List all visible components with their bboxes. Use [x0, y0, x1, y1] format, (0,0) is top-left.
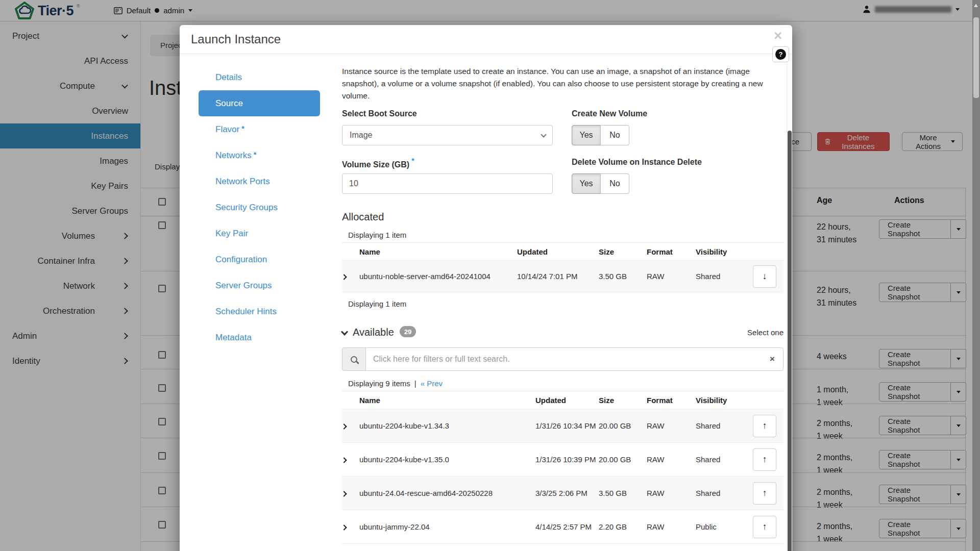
- allocate-image-button[interactable]: ↑: [753, 415, 776, 437]
- required-mark: *: [411, 157, 414, 165]
- image-size: 3.50 GB: [599, 261, 647, 292]
- arrow-down-icon: ↓: [763, 271, 767, 281]
- search-input[interactable]: [366, 355, 762, 364]
- image-visibility: Shared: [696, 443, 753, 477]
- image-format: RAW: [647, 261, 696, 292]
- delete-volume-label: Delete Volume on Instance Delete: [572, 158, 766, 169]
- deallocate-image-button[interactable]: ↓: [753, 265, 776, 288]
- volume-size-label: Volume Size (GB)*: [342, 158, 553, 169]
- arrow-up-icon: ↑: [763, 521, 767, 532]
- allocated-count-text: Displaying 1 item: [348, 299, 783, 308]
- table-header-row: Name Updated Size Format Visibility: [342, 391, 783, 409]
- arrow-up-icon: ↑: [763, 488, 767, 498]
- step-network-ports[interactable]: Network Ports: [199, 168, 320, 194]
- delete-volume-yes-button[interactable]: Yes: [572, 173, 601, 194]
- question-mark-icon: ?: [775, 49, 786, 60]
- expand-row-icon[interactable]: [341, 524, 347, 530]
- step-metadata[interactable]: Metadata: [199, 324, 320, 350]
- step-scheduler-hints[interactable]: Scheduler Hints: [199, 298, 320, 324]
- required-mark: *: [254, 151, 256, 159]
- step-details[interactable]: Details: [199, 64, 320, 90]
- clear-search-icon[interactable]: ×: [762, 354, 783, 364]
- boot-source-label: Select Boot Source: [342, 109, 553, 120]
- create-volume-no-button[interactable]: No: [600, 125, 629, 145]
- scroll-up-arrow-icon[interactable]: [974, 4, 978, 7]
- available-image-row: ubuntu-2204-kube-v1.34.3 1/31/26 10:34 P…: [342, 409, 783, 443]
- arrow-up-icon: ↑: [763, 420, 767, 431]
- image-visibility: Shared: [696, 261, 753, 292]
- required-mark: *: [241, 124, 244, 133]
- image-size: 20.00 GB: [599, 443, 647, 477]
- available-table: Name Updated Size Format Visibility ubun…: [342, 391, 783, 544]
- step-source[interactable]: Source: [199, 90, 320, 116]
- expand-row-icon[interactable]: [341, 491, 347, 496]
- allocated-count-text: Displaying 1 item: [348, 231, 783, 239]
- search-icon: [351, 356, 357, 363]
- image-size: 3.50 GB: [599, 477, 647, 510]
- wizard-steps: Details Source Flavor* Networks* Network…: [199, 64, 320, 350]
- step-key-pair[interactable]: Key Pair: [199, 220, 320, 246]
- modal-scrollbar[interactable]: [787, 54, 792, 551]
- scrollbar-thumb[interactable]: [788, 131, 792, 551]
- modal-header: Launch Instance ×: [180, 25, 792, 54]
- image-format: RAW: [647, 443, 696, 477]
- image-format: RAW: [647, 477, 696, 510]
- available-section-header: Available 29 Select one: [342, 327, 783, 338]
- step-networks[interactable]: Networks*: [199, 142, 320, 168]
- help-button[interactable]: ?: [772, 46, 789, 62]
- allocated-image-row: ubuntu-noble-server-amd64-20241004 10/14…: [342, 261, 783, 292]
- modal-title: Launch Instance: [180, 25, 792, 46]
- image-name: ubuntu-24.04-rescue-amd64-20250228: [359, 477, 535, 510]
- volume-size-input[interactable]: [342, 173, 553, 194]
- image-size: 20.00 GB: [599, 409, 647, 443]
- expand-row-icon[interactable]: [341, 423, 347, 429]
- image-name: ubuntu-2204-kube-v1.34.3: [359, 409, 535, 443]
- image-visibility: Public: [696, 510, 753, 544]
- create-volume-yes-button[interactable]: Yes: [572, 125, 601, 145]
- boot-source-value: Image: [350, 131, 372, 140]
- image-format: RAW: [647, 510, 696, 544]
- page-scrollbar[interactable]: [972, 0, 980, 551]
- expand-row-icon[interactable]: [341, 274, 347, 280]
- allocate-image-button[interactable]: ↑: [753, 482, 776, 505]
- step-configuration[interactable]: Configuration: [199, 246, 320, 272]
- available-image-row: ubuntu-24.04-rescue-amd64-20250228 3/3/2…: [342, 477, 783, 510]
- available-count-text: Displaying 9 items: [348, 379, 410, 388]
- step-flavor[interactable]: Flavor*: [199, 116, 320, 142]
- image-search-bar: ×: [342, 347, 783, 371]
- arrow-up-icon: ↑: [763, 454, 767, 464]
- available-image-row: ubuntu-jammy-22.04 4/14/25 2:57 PM 2.20 …: [342, 510, 783, 544]
- image-updated: 4/14/25 2:57 PM: [535, 510, 599, 544]
- delete-volume-no-button[interactable]: No: [600, 173, 629, 194]
- source-step-content: Instance source is the template used to …: [342, 54, 783, 544]
- allocated-table: Name Updated Size Format Visibility ubun…: [342, 242, 783, 292]
- available-count-badge: 29: [400, 326, 416, 337]
- search-icon-box[interactable]: [342, 348, 366, 370]
- available-heading: Available: [353, 327, 394, 338]
- source-form: Select Boot Source Create New Volume Ima…: [342, 109, 783, 194]
- source-help-text: Instance source is the template used to …: [342, 65, 783, 102]
- image-updated: 1/31/26 10:39 PM: [535, 443, 599, 477]
- image-updated: 1/31/26 10:34 PM: [535, 409, 599, 443]
- step-security-groups[interactable]: Security Groups: [199, 194, 320, 220]
- prev-page-link[interactable]: « Prev: [421, 379, 443, 388]
- image-size: 2.20 GB: [599, 510, 647, 544]
- allocate-image-button[interactable]: ↑: [753, 448, 776, 471]
- separator: |: [414, 379, 416, 388]
- allocated-heading: Allocated: [342, 211, 783, 223]
- create-volume-label: Create New Volume: [572, 109, 766, 120]
- image-name: ubuntu-2204-kube-v1.35.0: [359, 443, 535, 477]
- image-format: RAW: [647, 409, 696, 443]
- allocate-image-button[interactable]: ↑: [753, 516, 776, 538]
- close-icon[interactable]: ×: [774, 28, 782, 44]
- image-visibility: Shared: [696, 409, 753, 443]
- image-updated: 3/3/25 2:06 PM: [535, 477, 599, 510]
- expand-row-icon[interactable]: [341, 457, 347, 463]
- boot-source-select[interactable]: Image: [342, 125, 553, 145]
- step-server-groups[interactable]: Server Groups: [199, 272, 320, 298]
- create-volume-toggle: Yes No: [572, 125, 766, 145]
- image-visibility: Shared: [696, 477, 753, 510]
- collapse-section-icon[interactable]: [341, 328, 348, 335]
- select-one-hint: Select one: [747, 328, 783, 337]
- scrollbar-thumb[interactable]: [973, 17, 979, 98]
